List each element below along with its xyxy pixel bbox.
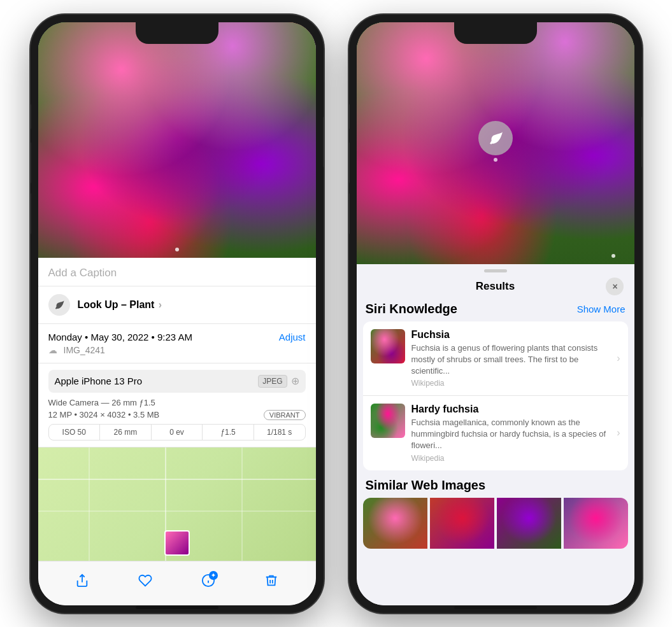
visual-lookup-dot [494, 158, 497, 162]
home-indicator [136, 606, 218, 609]
left-phone: Add a Caption Look Up – Plant › Mon [31, 15, 324, 613]
lookup-row[interactable]: Look Up – Plant › [38, 286, 316, 324]
results-header: Results × [357, 278, 634, 302]
similar-img-4[interactable] [564, 498, 628, 549]
hardy-desc: Fuchsia magellanica, commonly known as t… [411, 417, 611, 452]
vibrant-badge: VIBRANT [264, 410, 306, 420]
mute-button-right [349, 104, 350, 129]
caption-area[interactable]: Add a Caption [38, 258, 316, 286]
notch-right [454, 22, 537, 44]
right-phone: Results × Siri Knowledge Show More [349, 15, 642, 613]
hardy-thumbnail [371, 404, 405, 438]
exif-shutter: 1/181 s [254, 425, 305, 440]
adjust-button[interactable]: Adjust [279, 332, 306, 342]
right-photo-display [357, 22, 634, 264]
volume-up-button [31, 142, 31, 183]
leaf-icon [54, 299, 65, 311]
camera-model: Apple iPhone 13 Pro [55, 376, 143, 386]
share-button[interactable] [75, 574, 89, 588]
fuchsia-desc: Fuchsia is a genus of flowering plants t… [411, 342, 611, 377]
knowledge-item-hardy[interactable]: Hardy fuchsia Fuchsia magellanica, commo… [363, 395, 628, 470]
home-indicator-right [454, 606, 537, 609]
power-button [323, 116, 324, 167]
volume-down-button [31, 193, 31, 234]
hardy-source: Wikipedia [411, 454, 611, 463]
visual-lookup-button[interactable] [478, 121, 513, 155]
knowledge-item-fuchsia[interactable]: Fuchsia Fuchsia is a genus of flowering … [363, 321, 628, 396]
info-badge: ✦ [209, 571, 218, 580]
caption-placeholder[interactable]: Add a Caption [48, 267, 117, 279]
similar-img-2[interactable] [430, 498, 494, 549]
exif-focal: 26 mm [100, 425, 152, 440]
exif-ev: 0 ev [152, 425, 203, 440]
volume-up-right [349, 142, 350, 183]
hardy-name: Hardy fuchsia [411, 404, 611, 415]
format-badge: JPEG [258, 375, 287, 388]
volume-down-right [349, 193, 350, 234]
map-area[interactable] [38, 447, 316, 561]
results-panel: Results × Siri Knowledge Show More [357, 264, 634, 605]
panel-handle [357, 264, 634, 278]
lookup-icon-bg [48, 294, 70, 316]
show-more-button[interactable]: Show More [577, 304, 626, 314]
fuchsia-thumbnail [371, 329, 405, 363]
siri-knowledge-section: Siri Knowledge Show More Fuchsia Fuchsia… [363, 302, 628, 470]
delete-button[interactable] [264, 574, 278, 588]
photo-date: Monday • May 30, 2022 • 9:23 AM [48, 332, 192, 342]
exif-row: ISO 50 26 mm 0 ev ƒ1.5 1/181 s [48, 424, 306, 440]
photo-info-section: Monday • May 30, 2022 • 9:23 AM Adjust ☁… [38, 324, 316, 363]
favorite-button[interactable] [138, 574, 152, 588]
lookup-label: Look Up – Plant › [78, 299, 162, 311]
knowledge-card: Fuchsia Fuchsia is a genus of flowering … [363, 321, 628, 470]
close-button[interactable]: × [606, 278, 624, 295]
handle-bar [484, 269, 507, 272]
fuchsia-source: Wikipedia [411, 379, 611, 388]
right-photo-indicator [611, 254, 615, 258]
photo-display [38, 22, 316, 258]
map-photo-thumb [164, 530, 190, 556]
bottom-toolbar: ✦ [38, 561, 316, 605]
leaf-visual-icon [487, 130, 504, 146]
notch [136, 22, 218, 44]
power-button-right [641, 116, 642, 167]
similar-img-1[interactable] [363, 498, 427, 549]
fuchsia-chevron: › [617, 353, 620, 364]
exif-aperture: ƒ1.5 [203, 425, 254, 440]
filename: IMG_4241 [64, 345, 105, 355]
similar-title: Similar Web Images [363, 478, 628, 493]
mute-button [31, 104, 31, 129]
cloud-icon: ☁ [48, 345, 57, 355]
location-icon: ⊕ [291, 375, 299, 387]
similar-web-images-section: Similar Web Images [363, 478, 628, 549]
camera-section: Apple iPhone 13 Pro JPEG ⊕ Wide Camera —… [38, 363, 316, 447]
fuchsia-name: Fuchsia [411, 329, 611, 341]
results-title: Results [476, 280, 515, 293]
mp-detail: 12 MP • 3024 × 4032 • 3.5 MB VIBRANT [48, 410, 306, 420]
lens-detail: Wide Camera — 26 mm ƒ1.5 [48, 398, 306, 407]
siri-knowledge-title: Siri Knowledge [366, 302, 457, 316]
similar-images-grid [363, 498, 628, 549]
photo-page-indicator [175, 248, 179, 251]
similar-img-3[interactable] [497, 498, 561, 549]
exif-iso: ISO 50 [49, 425, 101, 440]
hardy-chevron: › [617, 427, 620, 439]
info-button[interactable]: ✦ [201, 574, 215, 588]
